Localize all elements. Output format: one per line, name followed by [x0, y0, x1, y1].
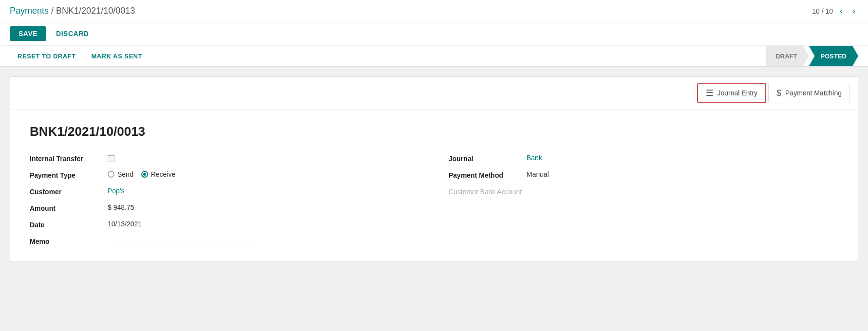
pagination-area: 10 / 10 ‹ › [812, 5, 858, 17]
field-row-amount: Amount $ 948.75 [30, 203, 419, 212]
amount-label: Amount [30, 203, 108, 212]
status-step-posted: POSTED [809, 46, 858, 66]
field-row-internal-transfer: Internal Transfer [30, 154, 419, 163]
customer-value[interactable]: Pop's [108, 187, 125, 195]
payment-type-radio-group: Send Receive [108, 170, 175, 178]
status-pipeline: DRAFT POSTED [766, 46, 858, 66]
breadcrumb: Payments / BNK1/2021/10/0013 [10, 6, 135, 16]
radio-receive-circle [141, 171, 148, 178]
smart-buttons-bar: ☰ Journal Entry $ Payment Matching [10, 77, 858, 110]
amount-value: $ 948.75 [108, 203, 134, 211]
status-bar: RESET TO DRAFT MARK AS SENT DRAFT POSTED [0, 46, 868, 67]
list-icon: ☰ [706, 88, 714, 98]
field-row-journal: Journal Bank [449, 154, 838, 163]
field-row-memo: Memo [30, 237, 419, 246]
reset-to-draft-button[interactable]: RESET TO DRAFT [10, 47, 83, 66]
save-button[interactable]: SAVE [10, 26, 46, 41]
memo-input[interactable] [108, 237, 254, 246]
field-row-customer-bank-account: Customer Bank Account [449, 187, 838, 196]
radio-receive[interactable]: Receive [141, 170, 176, 178]
status-step-draft: DRAFT [766, 46, 809, 66]
customer-bank-account-label: Customer Bank Account [449, 187, 527, 196]
date-label: Date [30, 220, 108, 229]
mark-as-sent-button[interactable]: MARK AS SENT [83, 47, 150, 66]
customer-label: Customer [30, 187, 108, 196]
main-content: ☰ Journal Entry $ Payment Matching BNK1/… [0, 67, 868, 271]
left-form-section: Internal Transfer Payment Type Send [30, 154, 419, 246]
journal-entry-button[interactable]: ☰ Journal Entry [697, 83, 766, 103]
prev-record-button[interactable]: ‹ [837, 5, 846, 17]
journal-value[interactable]: Bank [527, 154, 542, 162]
internal-transfer-label: Internal Transfer [30, 154, 108, 163]
record-card: ☰ Journal Entry $ Payment Matching BNK1/… [10, 76, 858, 261]
field-row-payment-type: Payment Type Send Receive [30, 170, 419, 179]
memo-label: Memo [30, 237, 108, 245]
form-grid: Internal Transfer Payment Type Send [30, 154, 838, 246]
pagination-label: 10 / 10 [812, 7, 833, 15]
record-title: BNK1/2021/10/0013 [30, 124, 838, 139]
payment-matching-label: Payment Matching [785, 89, 842, 97]
field-row-payment-method: Payment Method Manual [449, 170, 838, 179]
radio-send[interactable]: Send [108, 170, 133, 178]
radio-send-circle [108, 171, 114, 178]
field-row-customer: Customer Pop's [30, 187, 419, 196]
radio-receive-label: Receive [151, 170, 176, 178]
form-content: BNK1/2021/10/0013 Internal Transfer Paym… [10, 110, 858, 261]
journal-label: Journal [449, 154, 527, 163]
status-actions: RESET TO DRAFT MARK AS SENT [10, 46, 150, 66]
internal-transfer-checkbox[interactable] [108, 155, 114, 162]
next-record-button[interactable]: › [849, 5, 858, 17]
discard-button[interactable]: DISCARD [50, 26, 94, 41]
journal-entry-label: Journal Entry [717, 89, 757, 97]
payment-type-label: Payment Type [30, 170, 108, 179]
payment-method-label: Payment Method [449, 170, 527, 179]
action-bar: SAVE DISCARD [0, 22, 868, 46]
radio-send-label: Send [117, 170, 133, 178]
payment-matching-button[interactable]: $ Payment Matching [768, 83, 850, 103]
breadcrumb-separator: / [51, 6, 56, 16]
top-bar: Payments / BNK1/2021/10/0013 10 / 10 ‹ › [0, 0, 868, 22]
payment-method-value: Manual [527, 170, 549, 178]
breadcrumb-current: BNK1/2021/10/0013 [56, 6, 135, 16]
dollar-icon: $ [776, 88, 781, 98]
breadcrumb-parent[interactable]: Payments [10, 6, 49, 16]
date-value: 10/13/2021 [108, 220, 142, 228]
field-row-date: Date 10/13/2021 [30, 220, 419, 229]
right-form-section: Journal Bank Payment Method Manual Custo… [449, 154, 838, 246]
